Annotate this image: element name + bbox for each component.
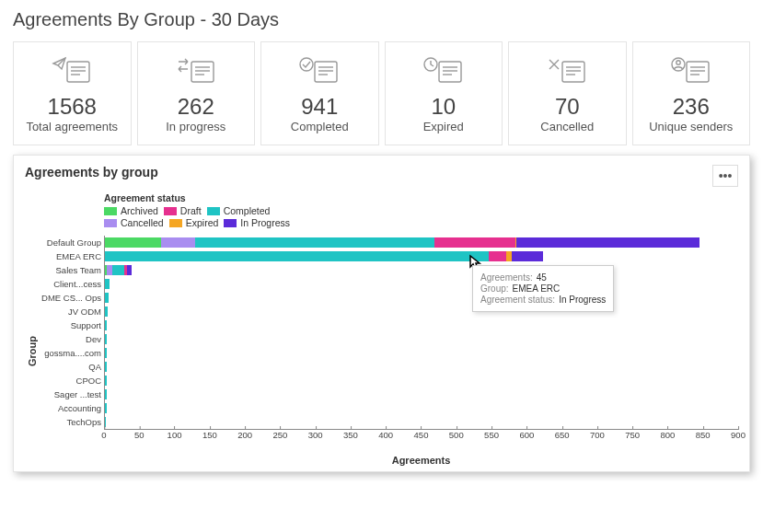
bar-segment[interactable]	[105, 279, 110, 289]
chart-row[interactable]: JV ODM	[105, 305, 738, 318]
chart-row[interactable]: Sales Team	[105, 263, 738, 277]
bar-segment[interactable]	[105, 403, 107, 413]
card-unique-senders: 236 Unique senders	[632, 41, 751, 145]
panel-title: Agreements by group	[25, 165, 158, 179]
card-expired: 10 Expired	[385, 41, 503, 145]
chart-row[interactable]: DME CS... Ops	[105, 291, 738, 305]
bar-segment[interactable]	[105, 237, 161, 248]
legend-item[interactable]: Archived	[104, 205, 158, 216]
x-tick: 650	[555, 430, 570, 440]
bar-segment[interactable]	[512, 251, 543, 261]
legend-title: Agreement status	[104, 192, 738, 203]
chart-row[interactable]: EMEA ERC	[105, 249, 738, 263]
page-title: Agreements By Group - 30 Days	[13, 9, 750, 30]
bar-segment[interactable]	[105, 362, 107, 372]
legend-swatch-icon	[104, 207, 117, 215]
bar-segment[interactable]	[105, 376, 107, 386]
x-tick: 700	[590, 430, 605, 440]
category-label: Default Group	[37, 237, 101, 248]
category-label: JV ODM	[37, 306, 101, 317]
chart-row[interactable]: Sager ...test	[105, 387, 738, 401]
chart-tooltip: Agreements: 45 Group: EMEA ERC Agreement…	[472, 265, 614, 312]
svg-rect-5	[191, 62, 214, 82]
x-tick: 550	[484, 430, 499, 440]
x-tick: 100	[168, 430, 182, 440]
chart-row[interactable]: Accounting	[105, 401, 738, 415]
chart-row[interactable]: CPOC	[105, 374, 738, 387]
clock-icon	[422, 50, 465, 90]
legend-swatch-icon	[224, 219, 237, 227]
card-in-progress: 262 In progress	[137, 41, 256, 145]
user-circle-icon	[670, 50, 712, 90]
bar-segment[interactable]	[105, 348, 107, 358]
more-horizontal-icon: •••	[719, 168, 733, 183]
card-value: 236	[673, 94, 710, 120]
legend-label: Cancelled	[121, 217, 164, 228]
bar-segment[interactable]	[105, 251, 489, 261]
x-tick: 500	[449, 430, 464, 440]
legend-label: Archived	[121, 205, 158, 216]
bar-segment[interactable]	[195, 237, 434, 248]
card-label: Expired	[423, 120, 464, 133]
bar-segment[interactable]	[105, 320, 107, 330]
bar-segment[interactable]	[105, 293, 109, 303]
card-value: 70	[555, 94, 580, 120]
chart-row[interactable]: Support	[105, 318, 738, 332]
category-label: DME CS... Ops	[37, 293, 101, 303]
chart-panel: Agreements by group ••• Agreement status…	[13, 155, 750, 472]
bar-segment[interactable]	[105, 389, 107, 399]
card-total-agreements: 1568 Total agreements	[13, 41, 132, 145]
x-tick: 250	[272, 430, 287, 440]
chart-row[interactable]: Dev	[105, 332, 738, 346]
x-tick: 400	[378, 430, 393, 440]
category-label: TechOps	[37, 417, 101, 427]
arrows-swap-icon	[175, 50, 217, 90]
card-label: In progress	[166, 120, 225, 133]
legend-item[interactable]: Completed	[207, 205, 271, 216]
x-tick: 300	[308, 430, 323, 440]
category-label: Accounting	[37, 403, 101, 413]
card-label: Total agreements	[26, 120, 118, 133]
chart-legend: Agreement status ArchivedDraftCompletedC…	[104, 192, 738, 228]
svg-rect-9	[315, 62, 337, 82]
bar-segment[interactable]	[112, 265, 125, 275]
chart-row[interactable]: Client...cess	[105, 277, 738, 291]
legend-swatch-icon	[104, 219, 117, 227]
bar-segment[interactable]	[105, 306, 108, 317]
check-circle-icon	[298, 50, 341, 90]
x-tick: 350	[343, 430, 358, 440]
legend-label: Completed	[224, 205, 271, 216]
bar-segment[interactable]	[105, 417, 106, 427]
card-label: Unique senders	[649, 120, 733, 133]
svg-point-13	[300, 58, 313, 71]
chart-row[interactable]: QA	[105, 360, 738, 374]
svg-rect-23	[687, 62, 709, 82]
legend-label: Expired	[186, 217, 219, 228]
bar-segment[interactable]	[105, 334, 107, 344]
legend-label: In Progress	[240, 217, 290, 228]
legend-item[interactable]: Cancelled	[104, 217, 164, 228]
panel-more-button[interactable]: •••	[712, 165, 738, 187]
legend-item[interactable]: In Progress	[224, 217, 290, 228]
x-axis-label: Agreements	[104, 455, 738, 466]
legend-item[interactable]: Expired	[169, 217, 219, 228]
legend-swatch-icon	[207, 207, 220, 215]
category-label: QA	[37, 362, 101, 372]
category-label: gossma....com	[37, 348, 101, 358]
svg-rect-19	[562, 62, 584, 82]
x-tick: 800	[661, 430, 676, 440]
bar-segment[interactable]	[127, 265, 132, 275]
chart-row[interactable]: Default Group	[105, 236, 738, 249]
bar-segment[interactable]	[161, 237, 195, 248]
legend-swatch-icon	[169, 219, 182, 227]
chart-plot[interactable]: Default GroupEMEA ERCSales TeamClient...…	[40, 236, 738, 466]
legend-item[interactable]: Draft	[164, 205, 202, 216]
bar-segment[interactable]	[516, 237, 699, 248]
x-tick: 850	[696, 430, 711, 440]
chart-row[interactable]: gossma....com	[105, 346, 738, 360]
card-cancelled: 70 Cancelled	[508, 41, 627, 145]
bar-segment[interactable]	[434, 237, 515, 248]
category-label: Sales Team	[37, 265, 101, 275]
x-tick: 200	[237, 430, 252, 440]
bar-segment[interactable]	[489, 251, 506, 261]
